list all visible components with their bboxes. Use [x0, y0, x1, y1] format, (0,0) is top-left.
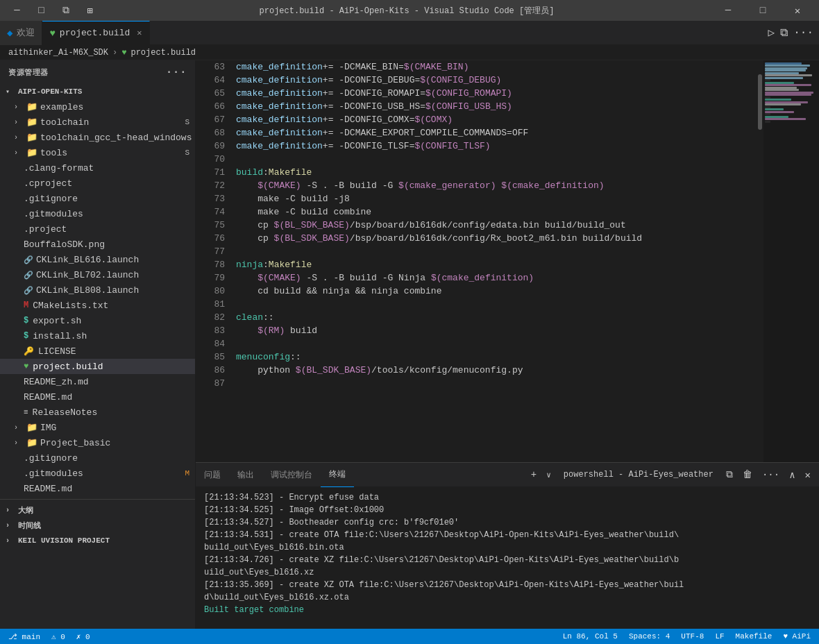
sidebar-section-timeline[interactable]: › 时间线 — [0, 518, 195, 533]
sidebar-item-cmakelists[interactable]: M CMakeLists.txt — [0, 298, 195, 313]
sidebar-item-readme2[interactable]: README.md — [0, 481, 195, 496]
sidebar-item-readme[interactable]: README.md — [0, 389, 195, 405]
terminal-content[interactable]: [21:13:34.523] - Encrypt efuse data [21:… — [196, 487, 819, 629]
maximize-button[interactable]: □ — [30, 0, 53, 21]
breadcrumb-path[interactable]: aithinker_Ai-M6X_SDK — [8, 48, 108, 58]
cklink702-label: CKLink_BL702.launch — [36, 270, 195, 280]
sidebar-item-toolchain[interactable]: › 📁 toolchain S — [0, 115, 195, 130]
tab-welcome[interactable]: ◆ 欢迎 — [0, 21, 42, 45]
tab-close-button[interactable]: ✕ — [137, 28, 142, 38]
ln-83: 83 — [199, 324, 225, 337]
statusbar-branch[interactable]: ⎇ main — [6, 632, 43, 641]
statusbar-warnings[interactable]: ⚠ 0 — [49, 632, 68, 641]
sidebar-item-clang-format[interactable]: .clang-format — [0, 160, 195, 176]
statusbar-extension[interactable]: ♥ AiPi — [780, 632, 813, 641]
sidebar-item-install[interactable]: $ install.sh — [0, 328, 195, 344]
sidebar-item-gitignore2[interactable]: .gitignore — [0, 450, 195, 466]
sidebar-item-project-build[interactable]: ♥ project.build — [0, 359, 195, 374]
sidebar-root[interactable]: ▾ AIPI-OPEN-KITS — [0, 84, 195, 99]
code-line-75: cp $(BL_SDK_BASE)/bsp/board/bl616dk/conf… — [236, 219, 757, 232]
minimap — [763, 60, 819, 462]
sidebar-item-cproject[interactable]: .cproject — [0, 176, 195, 191]
split-editor-icon[interactable]: ⧉ — [780, 26, 788, 40]
minimize-button[interactable]: ─ — [6, 0, 28, 21]
statusbar-errors[interactable]: ✗ 0 — [74, 632, 93, 641]
terminal-more-button[interactable]: ··· — [759, 468, 782, 482]
terminal-trash-button[interactable]: 🗑 — [740, 468, 755, 482]
sidebar-item-project-basic[interactable]: › 📁 Project_basic — [0, 435, 195, 450]
sidebar: 资源管理器 ··· ▾ AIPI-OPEN-KITS › 📁 examples … — [0, 60, 196, 629]
main-layout: 资源管理器 ··· ▾ AIPI-OPEN-KITS › 📁 examples … — [0, 60, 819, 629]
terminal-close-button[interactable]: ✕ — [802, 468, 813, 482]
win-maximize-button[interactable]: □ — [747, 0, 779, 21]
terminal-label: 终端 — [329, 468, 346, 480]
sidebar-item-img[interactable]: › 📁 IMG — [0, 420, 195, 435]
sidebar-item-gitignore[interactable]: .gitignore — [0, 191, 195, 206]
code-line-80: cd build && ninja && ninja combine — [236, 285, 757, 298]
statusbar-position[interactable]: Ln 86, Col 5 — [560, 632, 620, 641]
ln-64: 64 — [199, 74, 225, 87]
more-actions-icon[interactable]: ··· — [793, 26, 813, 39]
cmake-icon: M — [24, 300, 28, 310]
sidebar-item-releasenotes[interactable]: ≡ ReleaseNotes — [0, 405, 195, 420]
sidebar-item-export[interactable]: $ export.sh — [0, 313, 195, 328]
vscode-icon: ◆ — [7, 27, 12, 39]
titlebar-left-controls: ─ □ ⧉ ⊞ — [6, 0, 101, 21]
sidebar-item-gitmodules[interactable]: .gitmodules — [0, 206, 195, 221]
win-close-button[interactable]: ✕ — [782, 0, 813, 21]
timeline-label: 时间线 — [18, 520, 41, 531]
sidebar-item-cklink616[interactable]: 🔗 CKLink_BL616.launch — [0, 252, 195, 267]
code-lines: 63 64 65 66 67 68 69 70 71 72 73 74 75 7… — [196, 60, 819, 462]
project-basic-arrow: › — [14, 439, 24, 447]
tools-arrow: › — [14, 149, 24, 157]
terminal-panel: 问题 输出 调试控制台 终端 + ∨ powershell - AiPi-Eye… — [196, 462, 819, 629]
sidebar-item-readme-zh[interactable]: README_zh.md — [0, 374, 195, 389]
statusbar-encoding[interactable]: UTF-8 — [678, 632, 707, 641]
editor-scrollbar[interactable] — [757, 60, 763, 462]
code-line-77 — [236, 245, 757, 258]
sidebar-more-button[interactable]: ··· — [166, 66, 187, 78]
sidebar-item-license[interactable]: 🔑 LICENSE — [0, 344, 195, 359]
terminal-tab-problems[interactable]: 问题 — [196, 463, 229, 487]
ln-76: 76 — [199, 232, 225, 245]
code-content: cmake_definition+= -DCMAKE_BIN=$(CMAKE_B… — [230, 60, 757, 462]
breadcrumb-file[interactable]: project.build — [130, 48, 196, 58]
install-icon: $ — [24, 331, 28, 341]
minimap-content — [763, 60, 819, 124]
sidebar-item-toolchain-gcc[interactable]: › 📁 toolchain_gcc_t-head_windows — [0, 130, 195, 145]
statusbar-spaces[interactable]: Spaces: 4 — [626, 632, 673, 641]
sidebar-item-cklink808[interactable]: 🔗 CKLink_BL808.launch — [0, 282, 195, 298]
img-arrow: › — [14, 424, 24, 432]
editor-scrollbar-thumb[interactable] — [758, 74, 762, 130]
sidebar-item-cklink702[interactable]: 🔗 CKLink_BL702.launch — [0, 267, 195, 282]
sidebar-item-tools[interactable]: › 📁 tools S — [0, 145, 195, 160]
terminal-tab-output[interactable]: 输出 — [229, 463, 262, 487]
sidebar-item-project[interactable]: .project — [0, 221, 195, 237]
statusbar-eol[interactable]: LF — [712, 632, 727, 641]
code-line-69: cmake_definition+= -DCONFIG_TLSF=$(CONFI… — [236, 139, 757, 153]
tab-project-build[interactable]: ♥ project.build ✕ — [42, 21, 149, 45]
terminal-tabs: 问题 输出 调试控制台 终端 + ∨ powershell - AiPi-Eye… — [196, 463, 819, 487]
sidebar-item-examples[interactable]: › 📁 examples — [0, 99, 195, 115]
terminal-dropdown-button[interactable]: ∨ — [543, 469, 554, 481]
win-minimize-button[interactable]: ─ — [712, 0, 744, 21]
terminal-tab-debug[interactable]: 调试控制台 — [262, 463, 321, 487]
code-editor[interactable]: 63 64 65 66 67 68 69 70 71 72 73 74 75 7… — [196, 60, 819, 462]
sidebar-section-outline[interactable]: › 大纲 — [0, 502, 195, 518]
statusbar-language[interactable]: Makefile — [733, 632, 775, 641]
add-terminal-button[interactable]: + — [528, 468, 539, 482]
terminal-up-button[interactable]: ∧ — [786, 468, 797, 482]
sidebar-item-gitmodules2[interactable]: .gitmodules M — [0, 466, 195, 481]
run-icon[interactable]: ▷ — [768, 26, 775, 40]
sidebar-section-keil[interactable]: › KEIL UVISION PROJECT — [0, 533, 195, 548]
gitmodules2-label: .gitmodules — [24, 468, 182, 479]
terminal-split-button[interactable]: ⧉ — [723, 468, 736, 482]
layout-button[interactable]: ⊞ — [78, 0, 101, 21]
ln-85: 85 — [199, 350, 225, 364]
sidebar-item-bouffalo[interactable]: BouffaloSDK.png — [0, 237, 195, 252]
cklink808-label: CKLink_BL808.launch — [36, 285, 195, 296]
img-label: IMG — [40, 423, 195, 433]
split-button[interactable]: ⧉ — [54, 0, 77, 21]
terminal-tab-terminal[interactable]: 终端 — [321, 463, 354, 487]
project-basic-label: Project_basic — [40, 438, 195, 448]
